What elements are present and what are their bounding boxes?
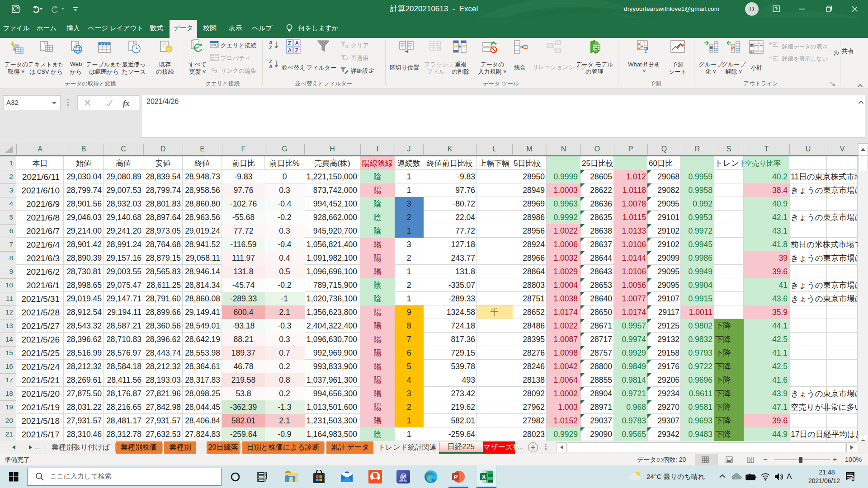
svg-text:2: 2 [852,476,854,482]
svg-text:X: X [482,474,486,480]
svg-text:Z: Z [269,45,272,50]
svg-text:P: P [454,474,458,480]
svg-text:?: ? [644,45,648,55]
svg-text:Z: Z [288,40,291,47]
svg-text:menu: menu [399,479,407,483]
svg-text:A: A [295,40,299,47]
svg-text:Z: Z [295,47,298,54]
svg-text:fx: fx [123,99,130,108]
svg-text:A: A [288,47,292,54]
